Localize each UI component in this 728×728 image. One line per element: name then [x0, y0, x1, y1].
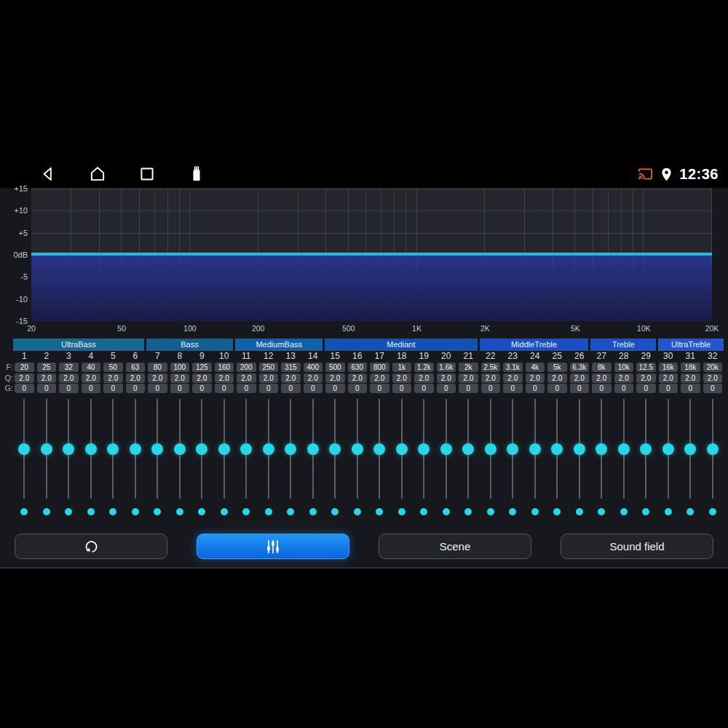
slider-knob[interactable]	[462, 443, 474, 455]
band-q-cell[interactable]: 2.0	[281, 373, 301, 383]
eq-band-slider[interactable]	[590, 399, 613, 499]
band-indicator[interactable]	[546, 507, 569, 516]
eq-band-slider[interactable]	[480, 399, 502, 499]
band-indicator[interactable]	[191, 507, 213, 516]
band-indicator[interactable]	[13, 507, 36, 516]
slider-knob[interactable]	[529, 443, 541, 455]
band-frequency-cell[interactable]: 3.1k	[503, 363, 523, 372]
slider-knob[interactable]	[130, 443, 141, 455]
slider-knob[interactable]	[63, 443, 74, 455]
band-q-cell[interactable]: 2.0	[414, 373, 434, 383]
slider-knob[interactable]	[574, 443, 585, 455]
slider-knob[interactable]	[618, 443, 630, 455]
band-gain-cell[interactable]: 0	[126, 384, 146, 393]
band-gain-cell[interactable]: 0	[82, 384, 101, 393]
slider-knob[interactable]	[662, 443, 674, 455]
band-indicator[interactable]	[702, 507, 724, 516]
band-gain-cell[interactable]: 0	[215, 384, 234, 393]
band-q-cell[interactable]: 2.0	[304, 373, 323, 383]
band-q-cell[interactable]: 2.0	[325, 373, 345, 383]
band-gain-cell[interactable]: 0	[15, 384, 34, 393]
band-q-cell[interactable]: 2.0	[547, 373, 567, 383]
band-gain-cell[interactable]: 0	[304, 384, 323, 393]
eq-band-slider[interactable]	[80, 399, 103, 499]
slider-knob[interactable]	[373, 443, 385, 455]
slider-knob[interactable]	[18, 443, 30, 455]
band-q-cell[interactable]: 2.0	[170, 373, 190, 383]
band-q-cell[interactable]: 2.0	[392, 373, 412, 383]
band-q-cell[interactable]: 2.0	[59, 373, 79, 383]
band-gain-cell[interactable]: 0	[170, 384, 190, 393]
eq-band-slider[interactable]	[635, 399, 657, 499]
eq-band-slider[interactable]	[213, 399, 236, 499]
band-gain-cell[interactable]: 0	[547, 384, 567, 393]
eq-band-slider[interactable]	[657, 399, 680, 499]
band-q-cell[interactable]: 2.0	[192, 373, 212, 383]
eq-band-slider[interactable]	[413, 399, 435, 499]
band-gain-cell[interactable]: 0	[237, 384, 256, 393]
eq-band-slider[interactable]	[36, 399, 58, 499]
back-icon[interactable]	[39, 165, 58, 183]
slider-knob[interactable]	[285, 443, 296, 455]
band-q-cell[interactable]: 2.0	[103, 373, 123, 383]
band-q-cell[interactable]: 2.0	[370, 373, 389, 383]
band-q-cell[interactable]: 2.0	[703, 373, 723, 383]
band-indicator[interactable]	[502, 507, 524, 516]
eq-band-slider[interactable]	[347, 399, 369, 499]
eq-band-slider[interactable]	[613, 399, 636, 499]
band-frequency-cell[interactable]: 200	[237, 363, 256, 372]
band-frequency-cell[interactable]: 800	[370, 363, 389, 372]
band-frequency-cell[interactable]: 2.5k	[481, 363, 501, 372]
band-indicator[interactable]	[435, 507, 458, 516]
slider-knob[interactable]	[551, 443, 563, 455]
slider-knob[interactable]	[707, 443, 719, 455]
band-frequency-cell[interactable]: 400	[304, 363, 323, 372]
band-indicator[interactable]	[258, 507, 280, 516]
band-q-cell[interactable]: 2.0	[526, 373, 545, 383]
eq-band-slider[interactable]	[58, 399, 80, 499]
band-q-cell[interactable]: 2.0	[570, 373, 590, 383]
band-q-cell[interactable]: 2.0	[215, 373, 234, 383]
band-q-cell[interactable]: 2.0	[259, 373, 279, 383]
band-gain-cell[interactable]: 0	[437, 384, 456, 393]
band-indicator[interactable]	[679, 507, 702, 516]
slider-knob[interactable]	[174, 443, 186, 455]
band-q-cell[interactable]: 2.0	[481, 373, 501, 383]
band-indicator[interactable]	[391, 507, 414, 516]
band-indicator[interactable]	[368, 507, 391, 516]
eq-band-slider[interactable]	[502, 399, 524, 499]
band-q-cell[interactable]: 2.0	[459, 373, 478, 383]
slider-knob[interactable]	[196, 443, 207, 455]
eq-band-slider[interactable]	[679, 399, 702, 499]
band-frequency-cell[interactable]: 80	[148, 363, 167, 372]
slider-knob[interactable]	[352, 443, 363, 455]
band-indicator[interactable]	[235, 507, 258, 516]
band-gain-cell[interactable]: 0	[259, 384, 279, 393]
band-q-cell[interactable]: 2.0	[614, 373, 634, 383]
band-indicator[interactable]	[169, 507, 191, 516]
slider-knob[interactable]	[485, 443, 496, 455]
band-frequency-cell[interactable]: 8k	[592, 363, 612, 372]
band-frequency-cell[interactable]: 4k	[526, 363, 545, 372]
band-frequency-cell[interactable]: 5k	[547, 363, 567, 372]
eq-band-slider[interactable]	[235, 399, 258, 499]
band-gain-cell[interactable]: 0	[614, 384, 634, 393]
band-indicator[interactable]	[569, 507, 591, 516]
band-frequency-cell[interactable]: 63	[126, 363, 146, 372]
band-q-cell[interactable]: 2.0	[636, 373, 656, 383]
band-frequency-cell[interactable]: 125	[192, 363, 212, 372]
band-q-cell[interactable]: 2.0	[82, 373, 101, 383]
band-gain-cell[interactable]: 0	[703, 384, 723, 393]
slider-knob[interactable]	[218, 443, 230, 455]
band-gain-cell[interactable]: 0	[570, 384, 590, 393]
band-frequency-cell[interactable]: 32	[59, 363, 79, 372]
band-indicator[interactable]	[102, 507, 124, 516]
band-gain-cell[interactable]: 0	[325, 384, 345, 393]
band-gain-cell[interactable]: 0	[148, 384, 167, 393]
band-frequency-cell[interactable]: 50	[103, 363, 123, 372]
band-q-cell[interactable]: 2.0	[37, 373, 57, 383]
band-indicator[interactable]	[280, 507, 302, 516]
band-frequency-cell[interactable]: 20	[15, 363, 34, 372]
eq-band-slider[interactable]	[368, 399, 391, 499]
band-indicator[interactable]	[124, 507, 147, 516]
